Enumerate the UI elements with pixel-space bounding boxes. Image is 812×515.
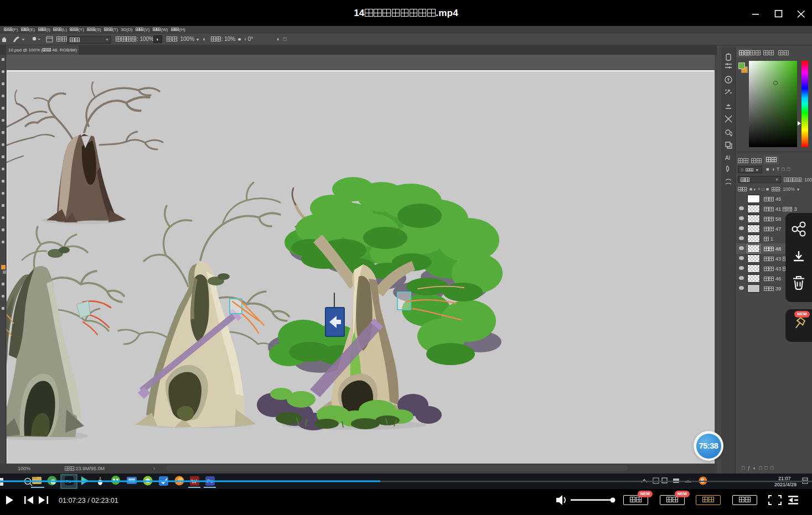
svg-text:Al: Al (725, 155, 730, 161)
svg-text:2021/4/29: 2021/4/29 (774, 482, 797, 487)
svg-text:21:07: 21:07 (778, 476, 791, 481)
svg-text:01:07:23 / 02:23:01: 01:07:23 / 02:23:01 (59, 497, 118, 504)
